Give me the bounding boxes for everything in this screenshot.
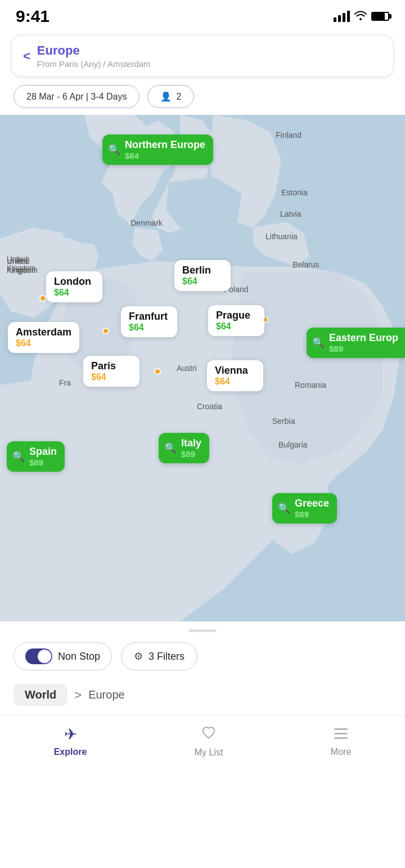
paris-name: Paris xyxy=(91,360,132,372)
region-card-italy[interactable]: 🔍 Italy $89 xyxy=(159,433,209,463)
filters-label: 3 Filters xyxy=(148,651,184,663)
search-bar-text: Europe From Paris (Any) / Amsterdam xyxy=(37,43,151,69)
map-background xyxy=(0,115,405,621)
svg-rect-4 xyxy=(334,737,348,739)
date-filter-pill[interactable]: 28 Mar - 6 Apr | 3-4 Days xyxy=(14,85,140,108)
bottom-nav: ✈ Explore My List More xyxy=(0,715,405,771)
northern-europe-search-icon: 🔍 xyxy=(108,144,120,156)
svg-rect-2 xyxy=(334,728,348,730)
northern-europe-text: Northern Europe $64 xyxy=(125,139,205,160)
prague-name: Prague xyxy=(216,310,256,321)
greece-search-icon: 🔍 xyxy=(278,502,290,514)
label-unitedkingdom: UnitedKingdom xyxy=(7,254,35,272)
greece-text: Greece $89 xyxy=(295,498,329,519)
filters-button[interactable]: ⚙ 3 Filters xyxy=(121,642,197,670)
map[interactable]: Finland Estonia Latvia Lithuania Denmark… xyxy=(0,115,405,621)
greece-name: Greece xyxy=(295,498,329,509)
status-time: 9:41 xyxy=(16,7,50,26)
frankfurt-price: $64 xyxy=(129,323,169,333)
greece-price: $89 xyxy=(295,509,329,519)
search-bar[interactable]: < Europe From Paris (Any) / Amsterdam xyxy=(11,35,394,77)
nav-explore[interactable]: ✈ Explore xyxy=(54,725,87,757)
london-price: $64 xyxy=(54,288,94,298)
toggle-switch[interactable] xyxy=(25,648,52,664)
city-card-paris[interactable]: Paris $64 xyxy=(83,356,140,387)
bottom-sheet: Non Stop ⚙ 3 Filters World > Europe xyxy=(0,621,405,715)
more-icon xyxy=(333,726,349,744)
spain-search-icon: 🔍 xyxy=(12,450,25,463)
dot-paris xyxy=(154,368,161,375)
dot-london2 xyxy=(39,295,46,302)
svg-point-1 xyxy=(62,211,129,244)
back-button[interactable]: < xyxy=(23,49,30,64)
city-card-frankfurt[interactable]: Franfurt $64 xyxy=(121,306,177,337)
amsterdam-name: Amsterdam xyxy=(16,326,71,338)
eastern-europe-price: $89 xyxy=(329,344,398,354)
passengers-pill[interactable]: 👤 2 xyxy=(147,85,194,108)
region-card-eastern-europe[interactable]: 🔍 Eastern Europ $89 xyxy=(307,328,405,358)
eastern-europe-text: Eastern Europ $89 xyxy=(329,332,398,354)
breadcrumb-world[interactable]: World xyxy=(14,684,68,706)
vienna-name: Vienna xyxy=(215,365,255,377)
toggle-knob xyxy=(38,650,51,663)
controls-row: Non Stop ⚙ 3 Filters xyxy=(14,642,392,670)
filter-row: 28 Mar - 6 Apr | 3-4 Days 👤 2 xyxy=(11,85,394,108)
frankfurt-name: Franfurt xyxy=(129,311,169,323)
battery-icon xyxy=(371,12,389,21)
city-card-prague[interactable]: Prague $64 xyxy=(208,305,264,336)
spain-name: Spain xyxy=(29,446,57,458)
filter-icon: ⚙ xyxy=(134,650,143,663)
more-label: More xyxy=(331,747,351,757)
person-icon: 👤 xyxy=(160,91,172,102)
northern-europe-price: $64 xyxy=(125,151,205,160)
spain-text: Spain $89 xyxy=(29,446,57,467)
berlin-name: Berlin xyxy=(182,265,223,276)
status-bar: 9:41 xyxy=(0,0,405,30)
prague-price: $64 xyxy=(216,321,256,332)
nav-my-list[interactable]: My List xyxy=(195,724,223,758)
vienna-price: $64 xyxy=(215,377,255,387)
breadcrumb-current: Europe xyxy=(88,688,125,701)
city-card-berlin[interactable]: Berlin $64 xyxy=(174,260,231,291)
non-stop-toggle[interactable]: Non Stop xyxy=(14,642,112,670)
explore-label: Explore xyxy=(54,747,87,757)
non-stop-label: Non Stop xyxy=(58,651,100,663)
breadcrumb: World > Europe xyxy=(14,684,392,715)
region-card-northern-europe[interactable]: 🔍 Northern Europe $64 xyxy=(102,135,213,165)
italy-name: Italy xyxy=(181,437,201,449)
amsterdam-price: $64 xyxy=(16,338,71,348)
city-card-london[interactable]: London $64 xyxy=(46,271,102,302)
italy-text: Italy $89 xyxy=(181,437,201,459)
eastern-europe-name: Eastern Europ xyxy=(329,332,398,344)
chevron-right-icon: > xyxy=(74,688,82,703)
italy-price: $89 xyxy=(181,449,201,459)
nav-more[interactable]: More xyxy=(331,726,351,757)
date-filter-label: 28 Mar - 6 Apr | 3-4 Days xyxy=(26,92,127,102)
eastern-europe-search-icon: 🔍 xyxy=(312,337,325,349)
origin-subtitle: From Paris (Any) / Amsterdam xyxy=(37,59,151,69)
heart-icon xyxy=(201,724,217,744)
my-list-label: My List xyxy=(195,748,223,758)
header: < Europe From Paris (Any) / Amsterdam 28… xyxy=(0,30,405,115)
city-card-vienna[interactable]: Vienna $64 xyxy=(207,360,263,391)
northern-europe-name: Northern Europe xyxy=(125,139,205,151)
explore-icon: ✈ xyxy=(64,725,77,744)
status-icons xyxy=(334,10,389,23)
wifi-icon xyxy=(354,10,367,23)
berlin-price: $64 xyxy=(182,276,223,287)
destination-title: Europe xyxy=(37,43,151,58)
spain-price: $89 xyxy=(29,458,57,467)
london-name: London xyxy=(54,276,94,288)
signal-icon xyxy=(334,11,350,22)
region-card-greece[interactable]: 🔍 Greece $89 xyxy=(272,493,337,524)
city-card-amsterdam[interactable]: Amsterdam $64 xyxy=(8,322,79,353)
passengers-count: 2 xyxy=(176,92,181,102)
svg-rect-3 xyxy=(334,733,348,735)
dot-amsterdam xyxy=(102,328,109,334)
sheet-handle xyxy=(188,629,217,632)
paris-price: $64 xyxy=(91,372,132,382)
italy-search-icon: 🔍 xyxy=(164,442,177,454)
region-card-spain[interactable]: 🔍 Spain $89 xyxy=(7,441,65,472)
